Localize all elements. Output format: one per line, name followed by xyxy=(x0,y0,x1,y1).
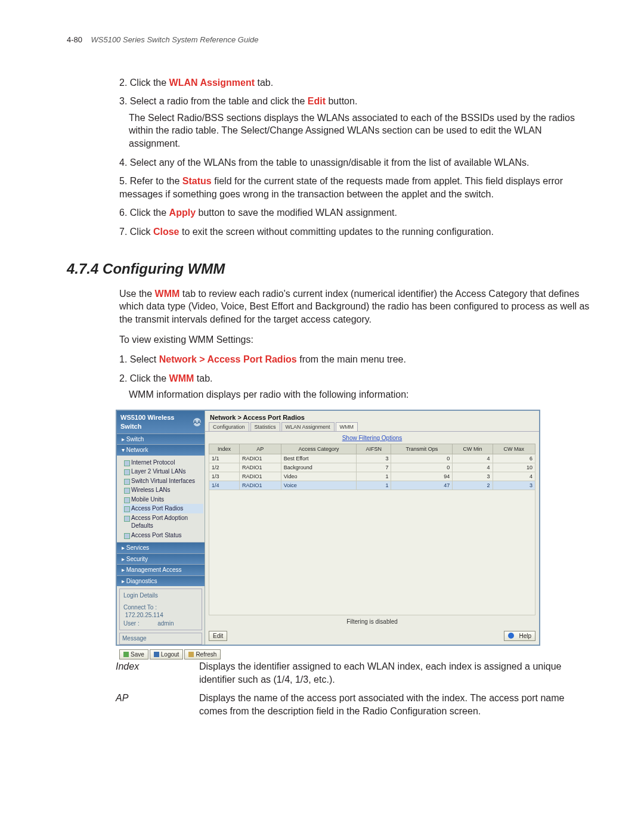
sidebar-item-network[interactable]: ▾ Network xyxy=(117,444,205,456)
refresh-button[interactable]: Refresh xyxy=(184,649,221,660)
tab-statistics[interactable]: Statistics xyxy=(250,422,280,431)
wmm-bold-1: WMM xyxy=(155,289,180,299)
step-5-a: 5. Refer to the xyxy=(119,176,182,186)
cell: 3 xyxy=(357,454,391,463)
step-4: 4. Select any of the WLANs from the tabl… xyxy=(119,156,590,169)
doc-title: WS5100 Series Switch System Reference Gu… xyxy=(91,35,258,44)
table-row[interactable]: 1/2 RADIO1 Background 7 0 4 10 xyxy=(209,463,535,472)
tree-access-port-adoption-defaults[interactable]: Access Port Adoption Defaults xyxy=(123,513,203,531)
edit-bold: Edit xyxy=(308,96,326,106)
filter-status: Filtering is disabled xyxy=(205,615,539,628)
tree-wireless-lans[interactable]: Wireless LANs xyxy=(123,485,203,495)
status-bold: Status xyxy=(182,176,212,186)
cell: 0 xyxy=(391,454,453,463)
cell: 1/1 xyxy=(209,454,240,463)
desc-def-index: Displays the identifier assigned to each… xyxy=(199,660,590,686)
login-legend: Login Details xyxy=(123,592,198,600)
breadcrumb: Network > Access Port Radios xyxy=(205,411,539,422)
wlan-assignment-bold: WLAN Assignment xyxy=(169,78,255,88)
th-cw-max[interactable]: CW Max xyxy=(493,444,535,454)
connect-value: 172.20.25.114 xyxy=(125,612,163,618)
tree-layer2-vlans[interactable]: Layer 2 Virtual LANs xyxy=(123,467,203,476)
sidebar-item-security[interactable]: ▸ Security xyxy=(117,553,205,565)
desc-row-ap: AP Displays the name of the access port … xyxy=(116,692,590,717)
cell: 3 xyxy=(453,472,493,481)
tree-internet-protocol[interactable]: Internet Protocol xyxy=(123,458,203,467)
table-row[interactable]: 1/3 RADIO1 Video 1 94 3 4 xyxy=(209,472,535,481)
table-row-selected[interactable]: 1/4 RADIO1 Voice 1 47 2 3 xyxy=(209,481,535,490)
help-button[interactable]: Help xyxy=(504,631,535,642)
step-3-a: 3. Select a radio from the table and cli… xyxy=(119,96,308,106)
sidebar: WS5100 Wireless Switch AA ▸ Switch ▾ Net… xyxy=(117,411,205,645)
th-ap[interactable]: AP xyxy=(239,444,281,454)
step-2-a: 2. Click the xyxy=(119,78,169,88)
table-empty-area xyxy=(209,490,535,615)
user-label: User : xyxy=(123,620,140,627)
tab-configuration[interactable]: Configuration xyxy=(209,422,249,431)
sidebar-item-services[interactable]: ▸ Services xyxy=(117,542,205,553)
network-tree: Internet Protocol Layer 2 Virtual LANs S… xyxy=(117,456,205,543)
brand-badge-icon: AA xyxy=(193,418,201,426)
table-row[interactable]: 1/1 RADIO1 Best Effort 3 0 4 6 xyxy=(209,454,535,463)
sec-p1-a: Use the xyxy=(119,289,155,299)
connect-label: Connect To : xyxy=(123,604,157,611)
close-bold: Close xyxy=(153,227,179,237)
login-details-box: Login Details Connect To : 172.20.25.114… xyxy=(119,589,202,630)
th-index[interactable]: Index xyxy=(209,444,240,454)
sidebar-item-diagnostics[interactable]: ▸ Diagnostics xyxy=(117,575,205,587)
cell: 94 xyxy=(391,472,453,481)
page-number: 4-80 xyxy=(67,35,82,44)
help-icon xyxy=(508,633,514,639)
cell: 1 xyxy=(357,481,391,490)
th-aifsn[interactable]: AIFSN xyxy=(357,444,391,454)
cell: 4 xyxy=(453,454,493,463)
tab-wlan-assignment[interactable]: WLAN Assignment xyxy=(281,422,335,431)
tree-access-port-status[interactable]: Access Port Status xyxy=(123,531,203,540)
menu-path-bold: Network > Access Port Radios xyxy=(159,354,297,364)
sec-s1-c: from the main menu tree. xyxy=(297,354,406,364)
sec-s2-a: 2. Click the xyxy=(119,373,169,383)
sec-s2-sub: WMM information displays per radio with … xyxy=(129,388,590,401)
step-3-c: button. xyxy=(326,96,357,106)
step-7-c: to exit the screen without committing up… xyxy=(179,227,493,237)
step-2-c: tab. xyxy=(255,78,273,88)
save-button[interactable]: Save xyxy=(119,649,148,660)
th-cw-min[interactable]: CW Min xyxy=(453,444,493,454)
wmm-table: Index AP Access Category AIFSN Transmit … xyxy=(209,444,535,491)
cell: RADIO1 xyxy=(239,463,281,472)
cell: 4 xyxy=(453,463,493,472)
desc-row-index: Index Displays the identifier assigned t… xyxy=(116,660,590,686)
sec-s2-c: tab. xyxy=(194,373,212,383)
filter-link-row: Show Filtering Options xyxy=(205,432,539,444)
tree-mobile-units[interactable]: Mobile Units xyxy=(123,495,203,504)
tab-wmm[interactable]: WMM xyxy=(336,422,358,431)
logout-button[interactable]: Logout xyxy=(150,649,184,660)
message-legend: Message xyxy=(122,635,147,642)
cell: RADIO1 xyxy=(239,481,281,490)
th-access-category[interactable]: Access Category xyxy=(281,444,356,454)
th-transmit-ops[interactable]: Transmit Ops xyxy=(391,444,453,454)
tab-bar: Configuration Statistics WLAN Assignment… xyxy=(205,422,539,432)
cell: Voice xyxy=(281,481,356,490)
cell: Background xyxy=(281,463,356,472)
cell: 1 xyxy=(357,472,391,481)
cell: RADIO1 xyxy=(239,454,281,463)
desc-def-ap: Displays the name of the access port ass… xyxy=(199,692,590,717)
cell: 2 xyxy=(453,481,493,490)
page-header: 4-80 WS5100 Series Switch System Referen… xyxy=(67,35,590,45)
brand-text: WS5100 Wireless Switch xyxy=(120,413,193,431)
cell: 1/4 xyxy=(209,481,240,490)
sidebar-item-switch[interactable]: ▸ Switch xyxy=(117,433,205,445)
desc-term-ap: AP xyxy=(116,692,199,717)
show-filtering-options-link[interactable]: Show Filtering Options xyxy=(342,435,402,441)
message-box: Message xyxy=(119,633,202,645)
tree-access-port-radios[interactable]: Access Port Radios xyxy=(123,504,203,513)
logout-icon xyxy=(154,652,159,657)
cell: 1/2 xyxy=(209,463,240,472)
section-heading: 4.7.4 Configuring WMM xyxy=(67,259,590,278)
tree-switch-virtual-interfaces[interactable]: Switch Virtual Interfaces xyxy=(123,476,203,486)
edit-button[interactable]: Edit xyxy=(209,631,227,642)
steps-before-section: 2. Click the WLAN Assignment tab. 3. Sel… xyxy=(119,76,590,239)
cell: 10 xyxy=(493,463,535,472)
sidebar-item-management-access[interactable]: ▸ Management Access xyxy=(117,564,205,575)
